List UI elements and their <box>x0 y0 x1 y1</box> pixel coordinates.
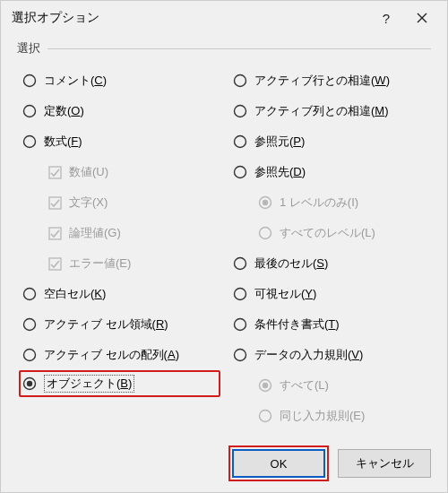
radio-icon <box>233 165 247 179</box>
option-label: データの入力規則(V) <box>254 347 363 363</box>
radio-icon <box>22 74 37 88</box>
dialog-title: 選択オプション <box>12 10 368 26</box>
svg-point-21 <box>235 319 246 331</box>
option-comments[interactable]: コメント(C) <box>17 65 220 96</box>
radio-icon-selected <box>22 376 37 391</box>
option-validation-same: 同じ入力規則(E) <box>228 401 431 431</box>
option-label: オブジェクト(B) <box>44 375 134 393</box>
option-last-cell[interactable]: 最後のセル(S) <box>228 248 431 279</box>
svg-point-13 <box>235 106 246 117</box>
checkbox-icon <box>47 256 62 271</box>
option-label: アクティブ列との相違(M) <box>254 103 389 119</box>
option-data-validation[interactable]: データの入力規則(V) <box>228 340 431 370</box>
svg-rect-6 <box>49 258 61 270</box>
option-label: エラー値(E) <box>69 255 131 272</box>
radio-icon <box>22 134 37 149</box>
svg-point-20 <box>235 289 246 300</box>
option-conditional-formats[interactable]: 条件付き書式(T) <box>228 309 431 340</box>
svg-point-11 <box>27 381 32 386</box>
close-icon <box>417 11 427 26</box>
option-row-differences[interactable]: アクティブ行との相違(W) <box>228 65 431 96</box>
option-column-differences[interactable]: アクティブ列との相違(M) <box>228 96 431 126</box>
svg-point-12 <box>235 75 246 87</box>
radio-icon <box>233 74 247 88</box>
svg-point-9 <box>24 350 36 361</box>
option-label: 同じ入力規則(E) <box>280 408 365 424</box>
option-label: すべてのレベル(L) <box>280 225 375 241</box>
close-button[interactable] <box>404 4 440 31</box>
ok-button[interactable]: OK <box>232 449 325 478</box>
help-icon: ? <box>383 11 390 26</box>
svg-rect-4 <box>49 197 61 209</box>
option-label: 数値(U) <box>69 164 108 180</box>
option-dependents[interactable]: 参照先(D) <box>228 157 431 187</box>
option-current-region[interactable]: アクティブ セル領域(R) <box>17 309 220 340</box>
option-label: 定数(O) <box>44 103 84 119</box>
svg-point-25 <box>260 411 271 422</box>
option-numbers: 数値(U) <box>17 157 220 187</box>
radio-icon <box>22 317 37 332</box>
select-group: 選択 コメント(C) 定数(O) <box>17 40 431 431</box>
help-button[interactable]: ? <box>368 4 404 31</box>
checkbox-icon <box>47 226 62 240</box>
group-label: 選択 <box>17 40 40 56</box>
option-label: 参照元(P) <box>254 134 305 150</box>
option-precedents[interactable]: 参照元(P) <box>228 126 431 157</box>
radio-icon <box>22 348 37 362</box>
svg-rect-5 <box>49 228 61 239</box>
option-one-level: 1 レベルのみ(I) <box>228 187 431 218</box>
radio-icon <box>258 226 272 240</box>
radio-icon <box>233 317 247 332</box>
radio-icon <box>22 287 37 301</box>
option-formulas[interactable]: 数式(F) <box>17 126 220 157</box>
option-label: 最後のセル(S) <box>254 255 328 272</box>
svg-point-0 <box>24 75 36 87</box>
group-divider <box>47 48 431 49</box>
radio-icon-selected <box>258 195 272 210</box>
option-blanks[interactable]: 空白セル(K) <box>17 279 220 309</box>
svg-point-15 <box>235 167 246 178</box>
radio-icon <box>233 104 247 118</box>
option-label: 論理値(G) <box>69 225 121 241</box>
group-header: 選択 <box>17 40 431 56</box>
option-label: アクティブ セル領域(R) <box>44 316 168 333</box>
svg-point-19 <box>235 258 246 270</box>
option-all-levels: すべてのレベル(L) <box>228 218 431 248</box>
option-label: すべて(L) <box>280 377 329 394</box>
dialog-body: 選択 コメント(C) 定数(O) <box>1 35 447 438</box>
cancel-button[interactable]: キャンセル <box>338 449 431 478</box>
dialog-footer: OK キャンセル <box>1 438 447 492</box>
svg-rect-3 <box>49 167 61 178</box>
option-label: 1 レベルのみ(I) <box>280 195 358 211</box>
svg-point-18 <box>260 228 271 239</box>
svg-point-24 <box>263 383 268 388</box>
option-logicals: 論理値(G) <box>17 218 220 248</box>
checkbox-icon <box>47 195 62 210</box>
left-column: コメント(C) 定数(O) 数式(F) <box>17 65 220 431</box>
svg-point-14 <box>235 136 246 148</box>
option-text: 文字(X) <box>17 187 220 218</box>
option-objects[interactable]: オブジェクト(B) <box>19 370 220 397</box>
option-label: アクティブ セルの配列(A) <box>44 347 179 363</box>
option-label: 数式(F) <box>44 134 82 150</box>
svg-point-2 <box>24 136 36 148</box>
radio-icon <box>233 287 247 301</box>
checkbox-icon <box>47 165 62 179</box>
titlebar: 選択オプション ? <box>1 1 447 35</box>
option-label: コメント(C) <box>44 73 107 89</box>
option-label: アクティブ行との相違(W) <box>254 73 390 89</box>
option-label: 参照先(D) <box>254 164 306 180</box>
option-label: 条件付き書式(T) <box>254 316 340 333</box>
option-label: 文字(X) <box>69 195 108 211</box>
radio-icon <box>233 348 247 362</box>
svg-point-22 <box>235 350 246 361</box>
option-current-array[interactable]: アクティブ セルの配列(A) <box>17 340 220 370</box>
option-constants[interactable]: 定数(O) <box>17 96 220 126</box>
option-visible-cells[interactable]: 可視セル(Y) <box>228 279 431 309</box>
svg-point-17 <box>263 200 268 205</box>
radio-icon <box>258 409 272 423</box>
radio-icon <box>233 134 247 149</box>
radio-icon <box>233 256 247 271</box>
svg-point-1 <box>24 106 36 117</box>
right-column: アクティブ行との相違(W) アクティブ列との相違(M) 参照元(P) <box>228 65 431 431</box>
